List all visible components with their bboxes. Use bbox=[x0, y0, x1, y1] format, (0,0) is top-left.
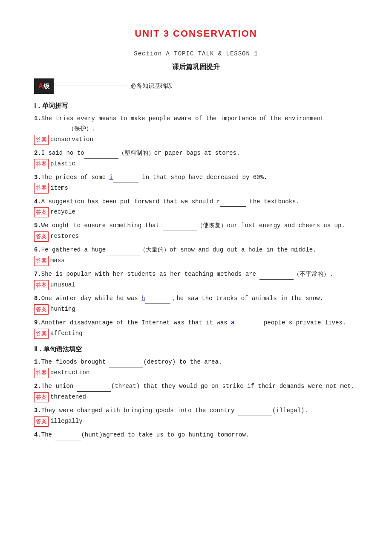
answer-9-text: affecting bbox=[50, 329, 83, 339]
answer-2-row: 答案 plastic bbox=[34, 159, 358, 169]
answer-5-row: 答案 restores bbox=[34, 231, 358, 242]
question-6: 6.He gathered a huge（大量的）of snow and dug… bbox=[34, 245, 358, 266]
p2-question-4-text: 4.The (hunt)agreed to take us to go hunt… bbox=[34, 430, 358, 440]
p2-question-1: 1.The floods brought (destroy) to the ar… bbox=[34, 357, 358, 378]
question-5-text: 5.We ought to ensure something that （使恢复… bbox=[34, 221, 358, 231]
page-title: UNIT 3 CONSERVATION bbox=[34, 26, 358, 41]
answer-6-text: mass bbox=[50, 256, 65, 266]
answer-badge-5: 答案 bbox=[34, 231, 49, 242]
answer-badge-1: 答案 bbox=[34, 135, 49, 145]
question-5: 5.We ought to ensure something that （使恢复… bbox=[34, 221, 358, 242]
answer-8-row: 答案 hunting bbox=[34, 304, 358, 315]
section-subtitle: Section A TOPIC TALK & LESSON 1 bbox=[34, 49, 358, 59]
answer-7-text: unusual bbox=[50, 280, 75, 290]
p2-answer-badge-1: 答案 bbox=[34, 368, 49, 378]
p2-question-2: 2.The union (threat) that they would go … bbox=[34, 382, 358, 402]
question-8-text: 8.One winter day while he was h，he saw t… bbox=[34, 294, 358, 304]
p2-answer-badge-2: 答案 bbox=[34, 392, 49, 402]
level-line bbox=[55, 86, 127, 86]
answer-badge-8: 答案 bbox=[34, 304, 49, 315]
p2-question-4: 4.The (hunt)agreed to take us to go hunt… bbox=[34, 430, 358, 440]
part2-header: Ⅱ．单句语法填空 bbox=[34, 344, 358, 355]
answer-4-text: recycle bbox=[50, 207, 75, 217]
question-6-text: 6.He gathered a huge（大量的）of snow and dug… bbox=[34, 245, 358, 255]
question-4-text: 4.A suggestion has been put forward that… bbox=[34, 197, 358, 207]
question-9: 9.Another disadvantage of the Internet w… bbox=[34, 318, 358, 339]
question-8: 8.One winter day while he was h，he saw t… bbox=[34, 294, 358, 315]
answer-badge-2: 答案 bbox=[34, 159, 49, 169]
level-bar: A级 必备知识基础练 bbox=[34, 78, 358, 93]
p2-question-3: 3.They were charged with bringing goods … bbox=[34, 406, 358, 427]
p2-answer-2-row: 答案 threatened bbox=[34, 392, 358, 402]
p2-answer-badge-3: 答案 bbox=[34, 416, 49, 427]
answer-badge-3: 答案 bbox=[34, 183, 49, 193]
answer-7-row: 答案 unusual bbox=[34, 280, 358, 290]
p2-question-3-text: 3.They were charged with bringing goods … bbox=[34, 406, 358, 416]
answer-1-row: 答案 conservation bbox=[34, 135, 358, 145]
p2-answer-2-text: threatened bbox=[50, 392, 86, 402]
question-2: 2.I said no to（塑料制的）or paper bags at sto… bbox=[34, 148, 358, 169]
question-3: 3.The prices of some i in that shop have… bbox=[34, 173, 358, 194]
question-7-text: 7.She is popular with her students as he… bbox=[34, 269, 358, 280]
answer-badge-7: 答案 bbox=[34, 280, 49, 290]
answer-badge-6: 答案 bbox=[34, 256, 49, 266]
answer-9-row: 答案 affecting bbox=[34, 329, 358, 339]
p2-answer-3-row: 答案 illegally bbox=[34, 416, 358, 427]
answer-3-row: 答案 items bbox=[34, 183, 358, 193]
answer-3-text: items bbox=[50, 183, 68, 194]
answer-8-text: hunting bbox=[50, 304, 75, 315]
p2-answer-3-text: illegally bbox=[50, 416, 83, 427]
answer-1-text: conservation bbox=[50, 135, 93, 145]
part1-header: Ⅰ．单词拼写 bbox=[34, 101, 358, 112]
question-1-text: 1.She tries every means to make people a… bbox=[34, 114, 358, 134]
question-1: 1.She tries every means to make people a… bbox=[34, 114, 358, 145]
level-badge: A级 bbox=[34, 78, 54, 93]
p2-answer-1-text: destruction bbox=[50, 368, 89, 378]
p2-question-1-text: 1.The floods brought (destroy) to the ar… bbox=[34, 357, 358, 367]
question-9-text: 9.Another disadvantage of the Internet w… bbox=[34, 318, 358, 328]
section-chinese: 课后篇巩固提升 bbox=[34, 61, 358, 72]
answer-6-row: 答案 mass bbox=[34, 256, 358, 266]
p2-answer-1-row: 答案 destruction bbox=[34, 368, 358, 378]
p2-question-2-text: 2.The union (threat) that they would go … bbox=[34, 382, 358, 392]
answer-badge-9: 答案 bbox=[34, 329, 49, 339]
answer-4-row: 答案 recycle bbox=[34, 207, 358, 217]
question-7: 7.She is popular with her students as he… bbox=[34, 269, 358, 290]
level-suffix: 必备知识基础练 bbox=[130, 81, 172, 91]
question-3-text: 3.The prices of some i in that shop have… bbox=[34, 173, 358, 183]
answer-badge-4: 答案 bbox=[34, 207, 49, 217]
question-2-text: 2.I said no to（塑料制的）or paper bags at sto… bbox=[34, 148, 358, 159]
answer-5-text: restores bbox=[50, 231, 79, 242]
question-4: 4.A suggestion has been put forward that… bbox=[34, 197, 358, 218]
answer-2-text: plastic bbox=[50, 159, 75, 169]
